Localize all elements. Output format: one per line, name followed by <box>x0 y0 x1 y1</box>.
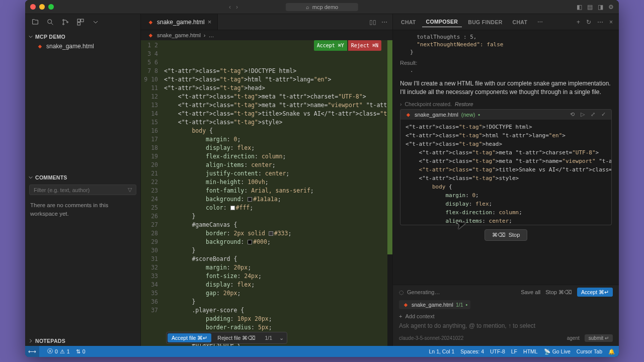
editor-tab[interactable]: ◆ snake_game.html × <box>141 14 218 30</box>
history-icon[interactable]: ↻ <box>584 19 593 26</box>
maximize-window-button[interactable] <box>48 4 54 10</box>
breadcrumb-chevron: › <box>204 32 206 38</box>
assistant-message: Now I'll create a new HTML file with our… <box>400 79 612 97</box>
close-panel-icon[interactable]: × <box>607 19 615 26</box>
errors-item[interactable]: ⓧ0 ⚠1 <box>47 348 70 355</box>
stop-button[interactable]: ⌘⌫ Stop <box>485 229 528 241</box>
eol[interactable]: LF <box>511 348 517 354</box>
code-pane[interactable]: Accept ⌘Y Reject ⌘N <"t-attr">class="t-t… <box>164 40 387 346</box>
filter-placeholder: Filter (e.g. text, author) <box>34 187 90 193</box>
save-all-link[interactable]: Save all <box>521 289 540 295</box>
html-file-icon: ◆ <box>147 19 154 26</box>
explorer-header[interactable]: MCP DEMO <box>25 32 140 42</box>
agent-mode-toggle[interactable]: agent <box>567 335 580 341</box>
comments-filter-input[interactable]: Filter (e.g. text, author) ▽ <box>29 185 136 195</box>
restore-checkpoint-link[interactable]: Restore <box>455 101 473 107</box>
more-icon[interactable]: ⋯ <box>595 19 605 26</box>
diff-reject-button[interactable]: Reject ⌘N <box>348 40 381 51</box>
source-control-icon[interactable] <box>61 18 69 28</box>
file-chip-name: snake_game.html <box>412 302 453 308</box>
more-tabs-icon[interactable]: ⋯ <box>533 17 547 27</box>
svg-point-1 <box>63 20 64 21</box>
file-name-label: snake_game.html <box>46 43 94 50</box>
compose-input[interactable]: Ask agent to do anything, @ to mention, … <box>393 320 619 332</box>
indentation[interactable]: Spaces: 4 <box>460 348 484 354</box>
search-icon: ⌕ <box>306 4 309 10</box>
notifications-icon[interactable]: 🔔 <box>608 348 615 355</box>
preview-filename[interactable]: snake_game.html <box>415 112 458 118</box>
result-body: · <box>400 68 612 75</box>
stop-link[interactable]: Stop ⌘⌫ <box>545 289 572 296</box>
extensions-icon[interactable] <box>76 18 85 28</box>
tab-composer[interactable]: COMPOSER <box>422 17 462 27</box>
file-item[interactable]: ◆ snake_game.html <box>34 42 140 51</box>
editor-content[interactable]: 1 2 3 4 5 6 7 8 9 10 11 12 13 14 15 16 1… <box>141 40 392 346</box>
layout-panel-icon[interactable]: ▤ <box>587 4 593 11</box>
nav-back-icon[interactable]: ‹ <box>229 4 231 11</box>
preview-expand-icon[interactable]: ⤢ <box>589 111 597 118</box>
diff-actions: Accept ⌘Y Reject ⌘N <box>314 40 381 51</box>
chevron-down-icon[interactable]: ⌄ <box>277 335 286 341</box>
encoding[interactable]: UTF-8 <box>490 348 505 354</box>
layout-primary-icon[interactable]: ◧ <box>577 4 582 11</box>
generating-label: Generating… <box>407 289 440 295</box>
preview-action-icon[interactable]: ⟲ <box>569 111 576 118</box>
cursor-position[interactable]: Ln 1, Col 1 <box>429 348 455 354</box>
search-icon[interactable] <box>46 18 54 28</box>
file-chip[interactable]: ◆ snake_game.html 1/1 • <box>399 300 470 309</box>
close-window-button[interactable] <box>30 4 36 10</box>
cursor-tab-button[interactable]: Cursor Tab <box>577 348 602 354</box>
add-context-label: Add context <box>405 313 434 319</box>
ports-item[interactable]: ⇅0 <box>76 348 86 354</box>
close-tab-icon[interactable]: × <box>208 18 212 26</box>
preview-action-icon[interactable]: ▷ <box>579 111 586 118</box>
accept-button[interactable]: Accept ⌘↵ <box>577 288 613 297</box>
model-name-label[interactable]: claude-3-5-sonnet-20241022 <box>399 335 463 341</box>
code-preview-body[interactable]: <"t-attr">class="t-tag">!DOCTYPE html> <… <box>400 120 612 225</box>
preview-apply-icon[interactable]: ✓ <box>600 111 607 118</box>
chevron-down-icon[interactable] <box>92 18 100 28</box>
tab-chat[interactable]: CHAT <box>397 17 420 27</box>
html-file-icon: ◆ <box>402 301 409 308</box>
go-live-button[interactable]: 📡Go Live <box>544 348 571 355</box>
html-file-icon: ◆ <box>405 111 412 118</box>
layout-secondary-icon[interactable]: ◨ <box>598 4 603 11</box>
remote-indicator[interactable]: ⟷ <box>25 346 39 357</box>
minimize-window-button[interactable] <box>39 4 45 10</box>
split-editor-icon[interactable]: ▯▯ <box>369 19 376 26</box>
breadcrumb[interactable]: ◆ snake_game.html › … <box>141 30 392 40</box>
editor-tabs: ◆ snake_game.html × ▯▯ ⋯ <box>141 14 392 30</box>
svg-point-0 <box>48 20 52 24</box>
stop-row: ⌘⌫ Stop <box>400 225 612 245</box>
explorer-tree: ◆ snake_game.html <box>25 42 140 172</box>
file-chip-row: ◆ snake_game.html 1/1 • <box>393 299 619 312</box>
notepads-header[interactable]: NOTEPADS <box>25 336 140 346</box>
comments-header[interactable]: COMMENTS <box>25 172 140 183</box>
language-mode[interactable]: HTML <box>523 348 538 354</box>
breadcrumb-file: snake_game.html <box>157 32 201 38</box>
titlebar-actions: ◧ ▤ ◨ ⚙ <box>577 4 614 11</box>
accept-file-button[interactable]: Accept file ⌘↵ <box>168 333 211 342</box>
minimap-scrollbar[interactable] <box>387 40 392 346</box>
statusbar: ⟷ ⓧ0 ⚠1 ⇅0 Ln 1, Col 1 Spaces: 4 UTF-8 L… <box>25 346 619 357</box>
statusbar-left: ⟷ ⓧ0 ⚠1 ⇅0 <box>29 346 86 357</box>
nav-forward-icon[interactable]: › <box>236 4 238 11</box>
explorer-icon[interactable] <box>31 18 39 28</box>
command-center-search[interactable]: ⌕ mcp demo <box>286 3 358 11</box>
breadcrumb-more: … <box>209 32 214 38</box>
submit-button[interactable]: submit ↵ <box>585 334 613 342</box>
more-actions-icon[interactable]: ⋯ <box>381 19 387 26</box>
tab-chat-2[interactable]: CHAT <box>509 17 532 27</box>
dot-indicator: • <box>466 302 468 308</box>
reject-file-button[interactable]: Reject file ⌘⌫ <box>213 333 260 342</box>
diff-accept-button[interactable]: Accept ⌘Y <box>314 40 347 51</box>
settings-gear-icon[interactable]: ⚙ <box>608 4 614 11</box>
filter-icon: ▽ <box>128 187 132 193</box>
tab-bug-finder[interactable]: BUG FINDER <box>464 17 506 27</box>
new-composer-icon[interactable]: + <box>575 19 582 26</box>
add-context-row[interactable]: + Add context <box>393 312 619 320</box>
statusbar-right: Ln 1, Col 1 Spaces: 4 UTF-8 LF HTML 📡Go … <box>429 348 615 355</box>
dot-indicator: • <box>478 112 480 118</box>
editor-area: ◆ snake_game.html × ▯▯ ⋯ ◆ snake_game.ht… <box>141 14 392 346</box>
compose-placeholder: Ask agent to do anything, @ to mention, … <box>399 322 535 329</box>
